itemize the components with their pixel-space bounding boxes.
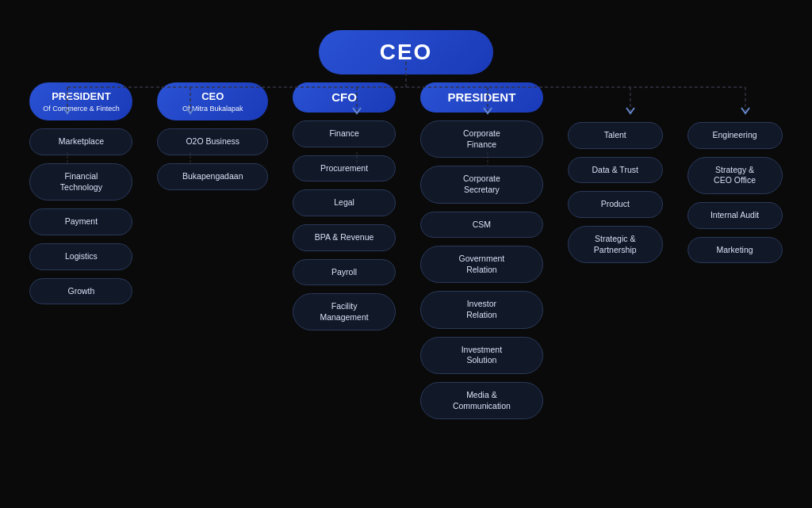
child-corp-secretary: CorporateSecretary — [420, 166, 543, 203]
child-o2o: O2O Business — [157, 128, 268, 155]
child-bukapengadaan: Bukapengadaan — [157, 163, 268, 190]
child-corp-finance: CorporateFinance — [420, 120, 543, 158]
column-talent: Talent Data & Trust Product Strategic &P… — [568, 122, 663, 263]
header-cfo: CFO — [293, 82, 396, 113]
child-facility: FacilityManagement — [293, 293, 396, 330]
header-ceo-mitra: CEO Of Mitra Bukalapak — [157, 82, 268, 120]
child-investor-relation: InvestorRelation — [420, 291, 543, 328]
header-president-commerce: PRESIDENT Of Commerce & Fintech — [29, 82, 132, 120]
child-product: Product — [568, 191, 663, 218]
child-strategy-ceo: Strategy &CEO Office — [688, 157, 783, 194]
header-label: CFO — [304, 90, 385, 105]
child-marketing: Marketing — [688, 237, 783, 264]
column-cfo: CFO Finance Procurement Legal BPA & Reve… — [293, 82, 396, 330]
header-label: CEO — [168, 90, 257, 103]
child-talent: Talent — [568, 122, 663, 149]
column-president: PRESIDENT CorporateFinance CorporateSecr… — [420, 82, 543, 419]
child-media-comm: Media &Communication — [420, 382, 543, 419]
column-engineering: Engineering Strategy &CEO Office Interna… — [688, 122, 783, 263]
child-payroll: Payroll — [293, 259, 396, 286]
ceo-node: CEO — [319, 30, 493, 74]
header-label: PRESIDENT — [40, 90, 121, 103]
child-investment-solution: InvestmentSolution — [420, 337, 543, 374]
columns-container: PRESIDENT Of Commerce & Fintech Marketpl… — [8, 82, 804, 419]
child-procurement: Procurement — [293, 155, 396, 182]
header-label: PRESIDENT — [431, 90, 532, 105]
child-data-trust: Data & Trust — [568, 157, 663, 184]
header-sub: Of Commerce & Fintech — [40, 105, 121, 113]
column-ceo-mitra: CEO Of Mitra Bukalapak O2O Business Buka… — [157, 82, 268, 190]
ceo-label: CEO — [380, 40, 433, 64]
org-chart: CEO — [0, 0, 812, 508]
child-marketplace: Marketplace — [29, 128, 132, 155]
child-financial-technology: FinancialTechnology — [29, 163, 132, 201]
child-gov-relation: GovernmentRelation — [420, 246, 543, 283]
column-president-commerce: PRESIDENT Of Commerce & Fintech Marketpl… — [29, 82, 132, 304]
child-csm: CSM — [420, 212, 543, 239]
child-payment: Payment — [29, 208, 132, 235]
child-bpa: BPA & Revenue — [293, 224, 396, 251]
child-engineering: Engineering — [688, 122, 783, 149]
child-internal-audit: Internal Audit — [688, 202, 783, 229]
child-logistics: Logistics — [29, 243, 132, 270]
ceo-wrapper: CEO — [8, 16, 804, 74]
child-finance: Finance — [293, 120, 396, 147]
child-growth: Growth — [29, 278, 132, 305]
header-president: PRESIDENT — [420, 82, 543, 113]
header-sub: Of Mitra Bukalapak — [168, 105, 257, 113]
child-strategic-partnership: Strategic &Partnership — [568, 226, 663, 263]
child-legal: Legal — [293, 189, 396, 216]
